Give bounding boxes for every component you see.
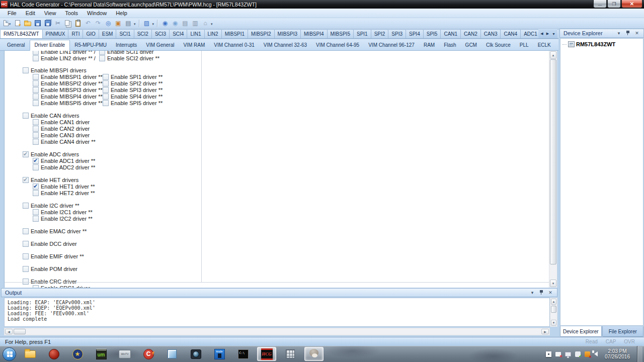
save-all-button[interactable] — [43, 19, 53, 28]
checkbox[interactable] — [33, 190, 39, 196]
device-tab-gio[interactable]: GIO — [83, 29, 99, 38]
copy-button[interactable] — [63, 19, 73, 28]
scroll-down-button[interactable] — [551, 320, 556, 326]
device-tab-spi2[interactable]: SPI2 — [371, 29, 389, 38]
output-menu-button[interactable] — [529, 290, 535, 296]
tab-driver-enable[interactable]: Driver Enable — [30, 40, 70, 51]
help-home-button[interactable]: ⌂ — [200, 19, 210, 28]
checkbox[interactable] — [103, 100, 109, 106]
checkbox[interactable] — [33, 55, 39, 61]
toolbar-overflow-button[interactable]: ▾ — [152, 22, 154, 26]
output-close-button[interactable] — [547, 290, 553, 296]
tab-vim-channel-32-63[interactable]: VIM Channel 32-63 — [259, 40, 311, 50]
checkbox[interactable] — [23, 151, 29, 157]
device-tab-can4[interactable]: CAN4 — [500, 29, 521, 38]
device-tree-root[interactable]: RM57L843ZWT — [562, 41, 641, 47]
content-vertical-scrollbar[interactable] — [549, 51, 557, 288]
checkbox[interactable] — [23, 113, 29, 119]
taskbar-red-sphere-button[interactable] — [44, 347, 63, 361]
tab-gcm[interactable]: GCM — [461, 40, 481, 50]
taskbar-star-badge-button[interactable] — [68, 347, 87, 361]
checkbox[interactable] — [99, 55, 105, 61]
menu-window[interactable]: Window — [83, 9, 111, 17]
scrollbar-thumb[interactable] — [551, 306, 556, 313]
checkbox[interactable] — [23, 203, 29, 209]
checkbox[interactable] — [23, 241, 29, 247]
tab-vim-channel-96-127[interactable]: VIM Channel 96-127 — [364, 40, 419, 50]
view-list-button[interactable]: ▤ — [123, 19, 133, 28]
tab-vim-ram[interactable]: VIM RAM — [179, 40, 209, 50]
device-tab-sci2[interactable]: SCI2 — [134, 29, 152, 38]
menu-help[interactable]: Help — [111, 9, 132, 17]
help-forward-button[interactable]: ◉ — [170, 19, 180, 28]
tab-vim-general[interactable]: VIM General — [141, 40, 179, 50]
menu-file[interactable]: File — [3, 9, 21, 17]
new-item-button[interactable] — [13, 19, 23, 28]
checkbox[interactable] — [23, 253, 29, 259]
device-tab-spi4[interactable]: SPI4 — [406, 29, 424, 38]
tray-audio-device-icon[interactable] — [555, 352, 561, 356]
tab-r5-mpu-pmu[interactable]: R5-MPU-PMU — [70, 40, 111, 50]
device-tab-rm57l843zwt[interactable]: RM57L843ZWT — [0, 29, 43, 38]
save-button[interactable] — [33, 19, 43, 28]
taskbar-clock[interactable]: 2:03 PM 07/26/2016 — [602, 348, 633, 359]
device-tab-mibspi4[interactable]: MIBSPI4 — [300, 29, 327, 38]
new-file-button[interactable]: ▾ — [3, 19, 13, 28]
minimize-button[interactable] — [593, 0, 607, 8]
output-vertical-scrollbar[interactable] — [550, 298, 557, 327]
checkbox[interactable] — [33, 132, 39, 138]
explorer-close-button[interactable] — [634, 30, 640, 36]
checkbox[interactable] — [33, 139, 39, 145]
tab-general[interactable]: General — [3, 40, 30, 50]
checkbox[interactable] — [33, 94, 39, 100]
checkbox[interactable] — [33, 126, 39, 132]
scroll-right-button[interactable] — [541, 329, 549, 334]
tab-interrupts[interactable]: Interrupts — [111, 40, 141, 50]
explorer-pin-button[interactable] — [625, 30, 631, 36]
taskbar-gimp-button[interactable] — [304, 347, 324, 361]
device-tab-mibspi2[interactable]: MIBSPI2 — [248, 29, 274, 38]
tray-volume-icon[interactable] — [594, 351, 598, 356]
device-tab-adc1[interactable]: ADC1 — [520, 29, 541, 38]
taskbar-hcg-button[interactable]: HCG — [257, 347, 276, 361]
help-doc-button[interactable]: ▥ — [190, 19, 200, 28]
tab-list-button[interactable]: ▼ — [551, 31, 556, 37]
checkbox[interactable] — [33, 158, 39, 164]
paste-button[interactable] — [73, 19, 83, 28]
taskbar-ccleaner-button[interactable]: C — [139, 347, 158, 361]
device-tab-esm[interactable]: ESM — [99, 29, 117, 38]
tray-alert-icon[interactable] — [585, 351, 590, 357]
checkbox[interactable] — [99, 51, 105, 55]
taskbar-rubik-button[interactable] — [281, 347, 300, 361]
device-tab-spi3[interactable]: SPI3 — [388, 29, 406, 38]
tab-pll[interactable]: PLL — [515, 40, 533, 50]
menu-view[interactable]: View — [40, 9, 61, 17]
output-horizontal-scrollbar[interactable] — [4, 328, 550, 335]
help-topics-button[interactable]: ▤ — [180, 19, 190, 28]
checkbox[interactable] — [23, 228, 29, 234]
tray-hidden-icons-button[interactable] — [546, 351, 551, 357]
preview-button[interactable]: ▣ — [113, 19, 123, 28]
scroll-up-button[interactable] — [550, 51, 556, 59]
device-tab-sci4[interactable]: SCI4 — [169, 29, 187, 38]
device-tab-sci3[interactable]: SCI3 — [151, 29, 170, 38]
open-file-button[interactable] — [23, 19, 33, 28]
start-button[interactable] — [3, 347, 16, 361]
checkbox[interactable] — [33, 87, 39, 93]
tab-flash[interactable]: Flash — [439, 40, 460, 50]
cut-button[interactable]: ✂ — [53, 19, 63, 28]
undo-button[interactable]: ↶ — [83, 19, 93, 28]
explorer-tab-device-explorer[interactable]: Device Explorer — [560, 326, 602, 337]
device-tab-can2[interactable]: CAN2 — [460, 29, 481, 38]
checkbox[interactable] — [103, 87, 109, 93]
tab-clk-source[interactable]: Clk Source — [481, 40, 515, 50]
scroll-up-button[interactable] — [551, 299, 556, 305]
taskbar-umplayer-button[interactable]: um — [92, 347, 111, 361]
tab-vim-channel-0-31[interactable]: VIM Channel 0-31 — [209, 40, 259, 50]
explorer-tab-file-explorer[interactable]: File Explorer — [602, 326, 644, 337]
device-tab-mibspi5[interactable]: MIBSPI5 — [327, 29, 354, 38]
tab-ram[interactable]: RAM — [419, 40, 439, 50]
device-tab-spi5[interactable]: SPI5 — [423, 29, 441, 38]
checkbox[interactable] — [23, 266, 29, 272]
checkbox[interactable] — [33, 209, 39, 215]
